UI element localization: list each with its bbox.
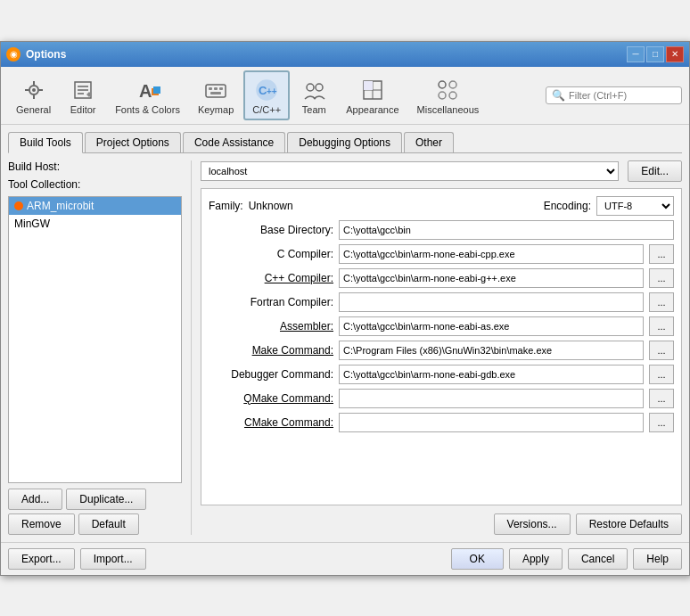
general-icon <box>20 76 48 104</box>
tool-collection-label-wrapper: Tool Collection: <box>8 178 182 191</box>
fortran-input[interactable] <box>339 292 644 312</box>
toolbar-item-editor[interactable]: Editor <box>61 71 105 119</box>
make-input[interactable] <box>339 341 644 360</box>
build-host-select[interactable]: localhost <box>201 161 619 181</box>
toolbar-item-team[interactable]: Team <box>292 71 336 119</box>
window-icon: ◉ <box>6 47 21 62</box>
c-compiler-label: C Compiler: <box>209 248 333 260</box>
c-compiler-input[interactable] <box>339 244 644 264</box>
mingw-label: MinGW <box>14 218 50 230</box>
left-panel: Build Host: Tool Collection: ARM_microbi… <box>8 160 182 535</box>
import-button[interactable]: Import... <box>80 548 146 570</box>
tool-collection-label: Tool Collection: <box>8 178 80 191</box>
bottom-area: Export... Import... OK Apply Cancel Help <box>1 542 689 575</box>
export-button[interactable]: Export... <box>8 548 75 570</box>
filter-input[interactable] <box>569 90 676 101</box>
ok-button[interactable]: OK <box>451 548 504 570</box>
svg-point-30 <box>439 92 446 99</box>
default-button[interactable]: Default <box>78 513 139 535</box>
toolbar-item-cpp[interactable]: C ++ C/C++ <box>243 70 290 120</box>
svg-rect-15 <box>209 87 212 90</box>
cancel-button[interactable]: Cancel <box>568 548 628 570</box>
tool-item-mingw[interactable]: MinGW <box>9 215 181 233</box>
remove-default-row: Remove Default <box>8 513 182 535</box>
tool-item-arm-microbit[interactable]: ARM_microbit <box>9 197 181 215</box>
encoding-section: Encoding: UTF-8 UTF-16 ISO-8859-1 <box>544 196 674 216</box>
qmake-browse[interactable]: ... <box>649 389 674 408</box>
remove-button[interactable]: Remove <box>8 513 75 535</box>
debugger-browse[interactable]: ... <box>649 365 674 384</box>
build-host-select-row: localhost Edit... <box>201 160 682 182</box>
c-compiler-browse[interactable]: ... <box>649 244 674 264</box>
versions-row: Versions... Restore Defaults <box>201 513 682 535</box>
svg-rect-13 <box>153 86 160 94</box>
restore-defaults-button[interactable]: Restore Defaults <box>576 513 682 535</box>
duplicate-button[interactable]: Duplicate... <box>66 489 146 510</box>
svg-point-23 <box>316 84 323 91</box>
svg-rect-16 <box>214 87 218 90</box>
family-label: Family: <box>209 200 243 212</box>
cmake-input[interactable] <box>339 413 644 432</box>
cmake-label: CMake Command: <box>209 416 333 429</box>
svg-text:++: ++ <box>267 86 277 96</box>
svg-rect-27 <box>364 81 373 90</box>
family-section: Family: Unknown <box>209 200 293 212</box>
minimize-button[interactable]: ─ <box>627 46 645 62</box>
svg-point-29 <box>449 81 456 88</box>
main-panel: Build Host: Tool Collection: ARM_microbi… <box>8 160 682 535</box>
debugger-input[interactable] <box>339 365 644 384</box>
toolbar-item-keymap[interactable]: Keymap <box>190 71 242 119</box>
svg-rect-14 <box>206 85 226 97</box>
tab-debugging-options[interactable]: Debugging Options <box>287 132 402 152</box>
title-bar-left: ◉ Options <box>6 47 66 62</box>
cpp-label: C/C++ <box>252 104 281 115</box>
cmake-browse[interactable]: ... <box>649 413 674 432</box>
versions-button[interactable]: Versions... <box>494 513 571 535</box>
make-label: Make Command: <box>209 344 333 357</box>
tab-code-assistance[interactable]: Code Assistance <box>183 132 285 152</box>
fortran-row: Fortran Compiler: ... <box>209 292 674 312</box>
toolbar-item-appearance[interactable]: Appearance <box>338 71 407 119</box>
help-button[interactable]: Help <box>633 548 682 570</box>
toolbar-item-misc[interactable]: Miscellaneous <box>409 71 488 119</box>
make-row: Make Command: ... <box>209 341 674 360</box>
encoding-label: Encoding: <box>544 200 591 212</box>
appearance-icon <box>358 76 387 104</box>
maximize-button[interactable]: □ <box>646 46 664 62</box>
right-panel-inner: Family: Unknown Encoding: UTF-8 UTF-16 I… <box>201 188 682 505</box>
base-directory-input[interactable] <box>339 220 674 240</box>
svg-text:A: A <box>139 81 152 101</box>
add-button[interactable]: Add... <box>8 489 62 510</box>
cpp-compiler-browse[interactable]: ... <box>649 268 674 288</box>
assembler-row: Assembler: ... <box>209 316 674 336</box>
edit-button[interactable]: Edit... <box>628 160 682 182</box>
apply-button[interactable]: Apply <box>509 548 563 570</box>
keymap-icon <box>201 76 230 104</box>
qmake-label: QMake Command: <box>209 392 333 405</box>
cpp-compiler-input[interactable] <box>339 268 644 288</box>
search-icon: 🔍 <box>552 89 565 102</box>
toolbar-item-fonts[interactable]: A Fonts & Colors <box>107 71 188 119</box>
title-bar: ◉ Options ─ □ ✕ <box>1 42 689 67</box>
build-host-label: Build Host: <box>8 160 60 173</box>
qmake-input[interactable] <box>339 389 644 408</box>
bottom-right: OK Apply Cancel Help <box>451 548 682 570</box>
tab-build-tools[interactable]: Build Tools <box>8 132 83 153</box>
base-directory-label: Base Directory: <box>209 224 333 236</box>
tab-other[interactable]: Other <box>404 132 454 152</box>
cpp-icon: C ++ <box>252 76 281 104</box>
fonts-label: Fonts & Colors <box>115 104 180 115</box>
encoding-select[interactable]: UTF-8 UTF-16 ISO-8859-1 <box>596 196 674 216</box>
assembler-browse[interactable]: ... <box>649 316 674 336</box>
toolbar-item-general[interactable]: General <box>8 71 59 119</box>
assembler-input[interactable] <box>339 316 644 336</box>
cmake-row: CMake Command: ... <box>209 413 674 432</box>
keymap-label: Keymap <box>198 104 234 115</box>
make-browse[interactable]: ... <box>649 341 674 360</box>
build-host-row: Build Host: <box>8 160 182 173</box>
family-value: Unknown <box>249 200 293 212</box>
tabs: Build Tools Project Options Code Assista… <box>8 132 682 153</box>
fortran-browse[interactable]: ... <box>649 292 674 312</box>
tab-project-options[interactable]: Project Options <box>85 132 181 152</box>
close-button[interactable]: ✕ <box>666 46 684 62</box>
